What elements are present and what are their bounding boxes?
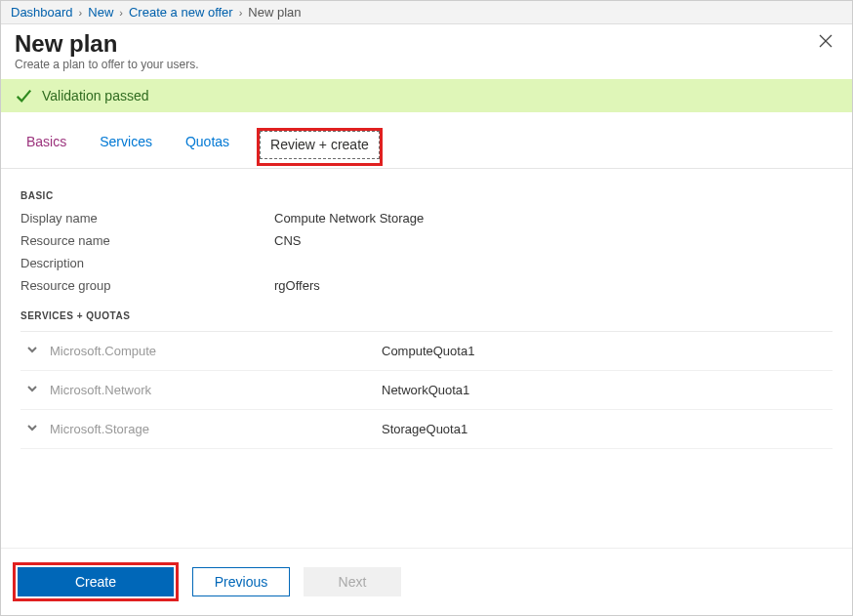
- service-row-network[interactable]: Microsoft.Network NetworkQuota1: [20, 371, 833, 410]
- breadcrumb-create-offer[interactable]: Create a new offer: [129, 5, 233, 20]
- breadcrumb-new[interactable]: New: [88, 5, 113, 20]
- resource-name-label: Resource name: [20, 233, 274, 248]
- page-subtitle: Create a plan to offer to your users.: [15, 58, 838, 71]
- create-button-highlight: Create: [13, 562, 179, 601]
- tab-review-create[interactable]: Review + create: [260, 131, 380, 159]
- service-name: Microsoft.Storage: [50, 422, 382, 436]
- create-button[interactable]: Create: [18, 567, 174, 596]
- chevron-right-icon: ›: [119, 7, 123, 19]
- section-services-quotas-label: SERVICES + QUOTAS: [20, 310, 833, 321]
- description-label: Description: [20, 256, 274, 270]
- row-resource-name: Resource name CNS: [20, 229, 833, 252]
- previous-button[interactable]: Previous: [192, 567, 290, 596]
- breadcrumb: Dashboard › New › Create a new offer › N…: [1, 1, 852, 24]
- service-name: Microsoft.Compute: [50, 344, 382, 358]
- chevron-down-icon: [20, 422, 50, 436]
- resource-group-value: rgOffers: [274, 278, 320, 293]
- service-row-compute[interactable]: Microsoft.Compute ComputeQuota1: [20, 332, 833, 371]
- resource-group-label: Resource group: [20, 278, 274, 293]
- chevron-down-icon: [20, 383, 50, 397]
- breadcrumb-current: New plan: [248, 5, 301, 20]
- resource-name-value: CNS: [274, 233, 301, 248]
- chevron-down-icon: [20, 344, 50, 358]
- section-basic-label: BASIC: [20, 190, 833, 201]
- service-name: Microsoft.Network: [50, 383, 382, 397]
- tab-quotas[interactable]: Quotas: [180, 128, 235, 168]
- next-button: Next: [304, 567, 401, 596]
- row-description: Description: [20, 252, 833, 274]
- tab-basics[interactable]: Basics: [20, 128, 72, 168]
- chevron-right-icon: ›: [79, 7, 83, 19]
- close-button[interactable]: [819, 34, 838, 54]
- validation-banner: Validation passed: [1, 79, 852, 112]
- quota-name: ComputeQuota1: [382, 344, 474, 358]
- service-row-storage[interactable]: Microsoft.Storage StorageQuota1: [20, 410, 833, 449]
- tab-services[interactable]: Services: [94, 128, 158, 168]
- page-header: New plan Create a plan to offer to your …: [1, 24, 852, 73]
- quota-name: NetworkQuota1: [382, 383, 469, 397]
- close-icon: [819, 34, 833, 48]
- display-name-label: Display name: [20, 211, 274, 226]
- check-icon: [15, 87, 32, 104]
- content-area: BASIC Display name Compute Network Stora…: [1, 169, 852, 548]
- footer-actions: Create Previous Next: [1, 548, 852, 615]
- page-title: New plan: [15, 30, 838, 58]
- tabs: Basics Services Quotas Review + create: [1, 112, 852, 169]
- validation-message: Validation passed: [42, 88, 148, 103]
- services-quotas-list: Microsoft.Compute ComputeQuota1 Microsof…: [20, 331, 833, 449]
- row-resource-group: Resource group rgOffers: [20, 274, 833, 297]
- row-display-name: Display name Compute Network Storage: [20, 207, 833, 229]
- chevron-right-icon: ›: [239, 7, 243, 19]
- display-name-value: Compute Network Storage: [274, 211, 424, 226]
- quota-name: StorageQuota1: [382, 422, 467, 436]
- breadcrumb-dashboard[interactable]: Dashboard: [11, 5, 73, 20]
- tab-review-create-highlight: Review + create: [257, 128, 383, 166]
